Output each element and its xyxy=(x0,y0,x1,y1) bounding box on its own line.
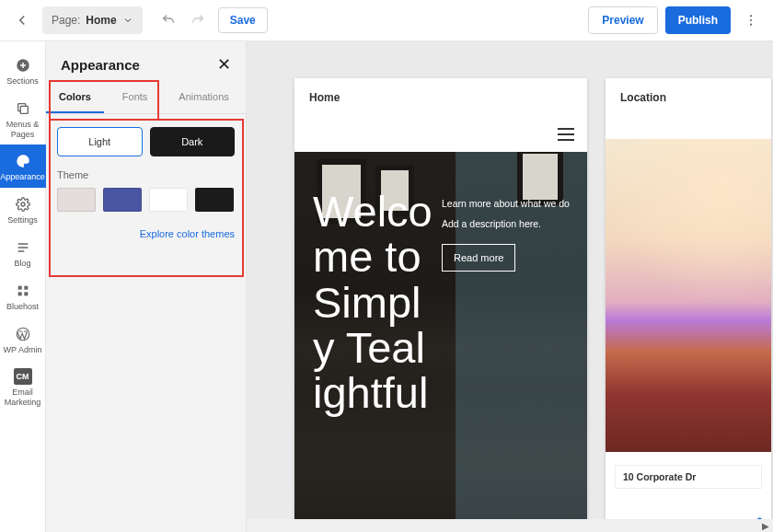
rail-item-blog[interactable]: Blog xyxy=(0,231,46,274)
tab-colors[interactable]: Colors xyxy=(46,82,104,113)
svg-rect-12 xyxy=(24,292,28,295)
hero-description: Add a description here. xyxy=(442,218,571,229)
save-button[interactable]: Save xyxy=(218,7,268,33)
svg-point-2 xyxy=(750,24,752,26)
site-navbar xyxy=(294,117,587,152)
page-selector[interactable]: Page: Home xyxy=(42,6,143,34)
panel-tabs: Colors Fonts Animations xyxy=(46,82,246,114)
close-icon[interactable]: ✕ xyxy=(217,54,231,75)
home-card[interactable]: Home Welcome to Simply Tealightful Learn… xyxy=(294,78,587,532)
undo-icon[interactable] xyxy=(156,7,181,33)
lines-icon xyxy=(14,238,32,257)
hamburger-icon[interactable] xyxy=(558,128,574,141)
theme-swatch-0[interactable] xyxy=(57,188,96,212)
theme-swatches xyxy=(57,188,235,212)
hero-subtitle: Learn more about what we do xyxy=(442,198,571,209)
tab-fonts[interactable]: Fonts xyxy=(110,82,161,113)
topbar: Page: Home Save Preview Publish xyxy=(0,0,773,41)
svg-rect-9 xyxy=(17,285,21,289)
more-menu-icon[interactable] xyxy=(738,7,764,33)
cm-icon: CM xyxy=(14,367,32,386)
svg-point-5 xyxy=(18,160,20,162)
dark-mode-button[interactable]: Dark xyxy=(150,127,236,156)
tab-animations[interactable]: Animations xyxy=(166,82,241,113)
wp-icon xyxy=(14,325,32,343)
svg-point-7 xyxy=(24,157,26,159)
rail-item-label: Email Marketing xyxy=(2,387,44,408)
hero-section[interactable]: Welcome to Simply Tealightful Learn more… xyxy=(294,152,587,532)
rail-item-menus-pages[interactable]: Menus & Pages xyxy=(0,92,46,145)
svg-point-1 xyxy=(750,19,752,21)
location-card[interactable]: Location 10 Corporate Dr xyxy=(606,78,771,532)
gear-icon xyxy=(14,195,32,214)
rail-item-appearance[interactable]: Appearance xyxy=(0,145,46,188)
rail-item-label: Bluehost xyxy=(6,302,39,312)
canvas[interactable]: Home Welcome to Simply Tealightful Learn… xyxy=(247,41,773,532)
grid-icon xyxy=(14,282,32,300)
rail-item-settings[interactable]: Settings xyxy=(0,188,46,231)
hero-title: Welcome to Simply Tealightful xyxy=(313,189,433,416)
svg-point-6 xyxy=(20,157,22,159)
location-image xyxy=(606,139,771,452)
rail-item-sections[interactable]: Sections xyxy=(0,49,46,92)
light-mode-button[interactable]: Light xyxy=(57,127,143,156)
svg-rect-10 xyxy=(24,285,28,289)
theme-swatch-3[interactable] xyxy=(195,188,234,212)
rail-item-wp-admin[interactable]: WP Admin xyxy=(0,318,46,361)
plus-circle-icon xyxy=(14,56,32,75)
rail-item-label: Appearance xyxy=(0,172,45,182)
home-card-title: Home xyxy=(294,78,587,117)
rail-item-bluehost[interactable]: Bluehost xyxy=(0,274,46,318)
page-selector-label: Page: xyxy=(52,14,80,27)
rail-item-label: Blog xyxy=(14,259,30,269)
read-more-button[interactable]: Read more xyxy=(442,244,515,272)
rail-item-label: Menus & Pages xyxy=(2,120,44,140)
chevron-down-icon xyxy=(122,15,133,26)
page-selector-value: Home xyxy=(86,14,116,27)
redo-icon[interactable] xyxy=(185,7,211,33)
left-rail: SectionsMenus & PagesAppearanceSettingsB… xyxy=(0,41,46,532)
rail-item-label: Settings xyxy=(7,215,38,226)
back-arrow-icon[interactable] xyxy=(9,7,35,33)
svg-rect-4 xyxy=(20,106,28,113)
scroll-right-icon[interactable]: ▶ xyxy=(762,521,769,531)
svg-point-8 xyxy=(21,202,25,206)
preview-button[interactable]: Preview xyxy=(588,6,657,34)
copy-icon xyxy=(14,99,32,118)
appearance-panel: Appearance ✕ Colors Fonts Animations Lig… xyxy=(46,41,247,532)
theme-swatch-1[interactable] xyxy=(103,188,142,212)
location-card-title: Location xyxy=(606,78,771,117)
publish-button[interactable]: Publish xyxy=(665,6,731,34)
svg-rect-11 xyxy=(17,292,21,295)
rail-item-label: Sections xyxy=(6,76,39,87)
panel-title: Appearance xyxy=(61,57,140,73)
palette-icon xyxy=(14,152,32,170)
explore-color-themes-link[interactable]: Explore color themes xyxy=(57,228,235,239)
rail-item-email-marketing[interactable]: CMEmail Marketing xyxy=(0,360,46,413)
svg-point-0 xyxy=(750,15,752,17)
rail-item-label: WP Admin xyxy=(4,345,42,355)
theme-swatch-2[interactable] xyxy=(149,188,188,212)
theme-label: Theme xyxy=(57,169,235,180)
location-address: 10 Corporate Dr xyxy=(615,465,762,489)
